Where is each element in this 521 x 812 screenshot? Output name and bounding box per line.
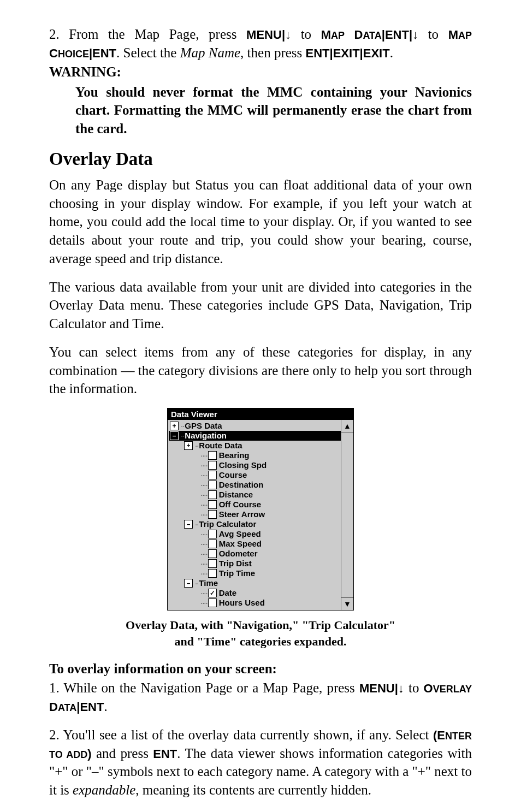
text: , meaning its contents are currently hid… (135, 783, 371, 797)
key-menu: MENU (246, 28, 282, 42)
checkbox-icon (208, 451, 217, 460)
key-overlay-D: D (49, 700, 58, 714)
tree-node-hours-used[interactable]: ····Hours Used (169, 598, 341, 608)
key-overlay-verlay: VERLAY (433, 684, 472, 695)
tree-label: Trip Time (219, 568, 255, 578)
key-to: TO (49, 749, 63, 760)
key-overlay-O: O (424, 681, 433, 695)
tree-label: Max Speed (219, 539, 262, 549)
scroll-track[interactable] (341, 432, 353, 597)
warning-heading: WARNING: (49, 64, 472, 80)
tree-node-closing-spd[interactable]: ····Closing Spd (169, 460, 341, 470)
tree-node-date[interactable]: ····Date (169, 588, 341, 598)
tree-label: Closing Spd (219, 460, 267, 470)
text: to (428, 27, 448, 42)
howto-step-1: 1. While on the Navigation Page or a Map… (49, 679, 472, 716)
tree-node-off-course[interactable]: ····Off Course (169, 500, 341, 509)
tree-node-course[interactable]: ····Course (169, 470, 341, 480)
key-ent: ENT (385, 28, 409, 42)
tree-node-distance[interactable]: ····Distance (169, 490, 341, 500)
checkbox-icon (208, 490, 217, 499)
text: , then press (240, 45, 305, 60)
data-viewer-title: Data Viewer (168, 408, 353, 420)
text: . (390, 45, 393, 60)
tree-label: GPS Data (185, 421, 222, 431)
collapse-icon: – (184, 579, 193, 588)
scrollbar[interactable]: ▲ ▼ (341, 420, 353, 610)
figure-caption: Overlay Data, with "Navigation," "Trip C… (49, 617, 472, 649)
tree-label: Date (219, 588, 237, 598)
howto-heading: To overlay information on your screen: (49, 661, 472, 677)
text: 1. While on the Navigation Page or a Map… (49, 680, 359, 695)
instruction-step-2: 2. From the Map Page, press MENU|↓ to MA… (49, 25, 472, 62)
key-ent: ENT (80, 700, 104, 714)
tree-node-max-speed[interactable]: ····Max Speed (169, 539, 341, 549)
scroll-down-icon[interactable]: ▼ (341, 597, 353, 610)
tree-node-gps-data[interactable]: +··GPS Data (169, 421, 341, 431)
tree-label: Off Course (219, 500, 262, 509)
tree-label: Route Data (199, 441, 242, 451)
key-menu: MENU (359, 681, 395, 695)
data-viewer-panel: Data Viewer +··GPS Data –··Navigation +·… (167, 408, 354, 611)
expandable-italic: expandable (73, 783, 135, 797)
text: 2. You'll see a list of the overlay data… (49, 727, 433, 742)
caption-line-2: and "Time" categories expanded. (175, 635, 347, 648)
overlay-paragraph-1: On any Page display but Status you can f… (49, 176, 472, 268)
tree-label: Steer Arrow (219, 509, 265, 519)
checkbox-icon (208, 549, 217, 558)
text: . (104, 699, 107, 714)
tree-node-bearing[interactable]: ····Bearing (169, 451, 341, 460)
expand-icon: + (170, 422, 179, 430)
checkbox-icon (208, 461, 217, 470)
tree-node-route-data[interactable]: +··Route Data (169, 441, 341, 451)
key-ent: ENT (92, 46, 116, 60)
tree-node-trip-dist[interactable]: ····Trip Dist (169, 559, 341, 568)
key-ent: ENT (153, 747, 177, 761)
checkbox-icon (208, 540, 217, 548)
down-arrow-icon: ↓ (398, 681, 404, 695)
key-map-M: M (448, 28, 458, 42)
checkbox-icon (208, 559, 217, 568)
key-choice-C: C (49, 46, 58, 60)
key-map-data-M: M (321, 28, 331, 42)
scroll-up-icon[interactable]: ▲ (341, 420, 353, 432)
map-name-italic: Map Name (180, 45, 240, 60)
overlay-paragraph-3: You can select items from any of these c… (49, 343, 472, 398)
key-ent: ENT (306, 46, 330, 60)
tree-node-trip-time[interactable]: ····Trip Time (169, 568, 341, 578)
tree-label: Course (219, 470, 247, 480)
key-choice-hoice: HOICE (58, 49, 89, 60)
tree-label: Odometer (219, 549, 258, 559)
tree-node-trip-calculator[interactable]: –··Trip Calculator (169, 519, 341, 529)
checkbox-checked-icon (208, 589, 217, 597)
howto-step-2: 2. You'll see a list of the overlay data… (49, 726, 472, 799)
key-map-data-ap: AP (331, 30, 345, 41)
tree-node-odometer[interactable]: ····Odometer (169, 549, 341, 559)
text: and press (92, 746, 153, 761)
tree-node-destination[interactable]: ····Destination (169, 480, 341, 490)
expand-icon: + (184, 441, 193, 450)
tree-label: Trip Calculator (199, 519, 256, 529)
tree-label: Hours Used (219, 598, 265, 608)
checkbox-icon (208, 530, 217, 538)
checkbox-icon (208, 471, 217, 479)
section-heading-overlay-data: Overlay Data (49, 149, 472, 169)
tree-label: Destination (219, 480, 264, 490)
key-map-data-ata: ATA (363, 30, 381, 41)
tree-node-avg-speed[interactable]: ····Avg Speed (169, 529, 341, 539)
data-viewer-tree: +··GPS Data –··Navigation +··Route Data … (168, 420, 341, 610)
tree-label: Distance (219, 490, 253, 500)
tree-node-navigation[interactable]: –··Navigation (169, 431, 341, 441)
key-add: ADD (63, 749, 88, 760)
tree-node-steer-arrow[interactable]: ····Steer Arrow (169, 509, 341, 519)
text: 2. From the Map Page, press (49, 27, 246, 42)
key-enter-to-add-open: (E (433, 728, 445, 742)
tree-label: Avg Speed (219, 529, 261, 539)
down-arrow-icon: ↓ (412, 28, 418, 42)
tree-label: Bearing (219, 451, 250, 460)
caption-line-1: Overlay Data, with "Navigation," "Trip C… (126, 618, 395, 632)
checkbox-icon (208, 569, 217, 578)
text: to (301, 27, 321, 42)
tree-node-time[interactable]: –··Time (169, 578, 341, 588)
checkbox-icon (208, 510, 217, 519)
